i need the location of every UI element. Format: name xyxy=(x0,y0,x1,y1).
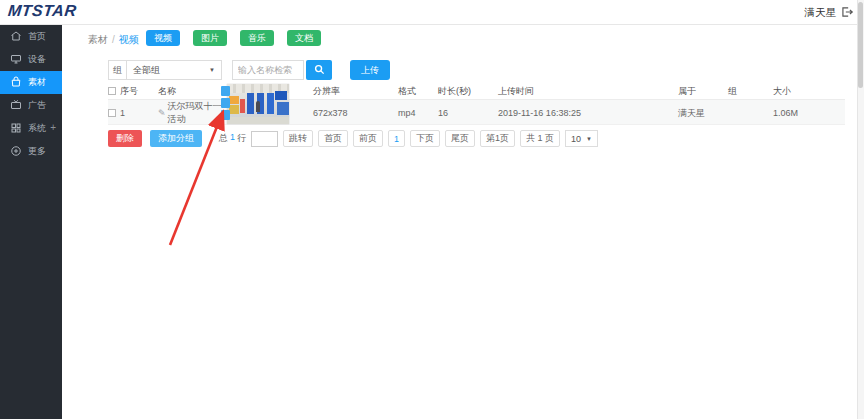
thumb-action-icon[interactable] xyxy=(221,86,230,96)
page-jump-input[interactable] xyxy=(251,131,278,147)
sidebar-item-more[interactable]: 更多 xyxy=(0,140,62,163)
row-format: mp4 xyxy=(378,100,438,126)
sidebar-item-device[interactable]: 设备 xyxy=(0,48,62,71)
expand-plus-icon[interactable]: + xyxy=(50,122,56,133)
delete-button[interactable]: 删除 xyxy=(108,130,142,147)
material-icon xyxy=(10,76,22,90)
logout-icon[interactable] xyxy=(840,5,854,19)
page-size-select[interactable]: 10 ▼ xyxy=(565,130,598,147)
top-header: MTSTAR 满天星 xyxy=(0,0,864,25)
tab-music[interactable]: 音乐 xyxy=(240,30,274,46)
search-button[interactable] xyxy=(306,60,332,80)
tab-image[interactable]: 图片 xyxy=(193,30,227,46)
sidebar-item-label: 素材 xyxy=(28,76,46,89)
thumb-action-icon[interactable] xyxy=(221,110,230,120)
group-select-value: 全部组 xyxy=(133,64,160,77)
breadcrumb-separator: / xyxy=(112,34,115,45)
col-group: 组 xyxy=(728,83,773,99)
prev-page-button[interactable]: 前页 xyxy=(353,130,383,147)
col-resolution: 分辨率 xyxy=(293,83,378,99)
brand-logo: MTSTAR xyxy=(7,2,77,20)
jump-button[interactable]: 跳转 xyxy=(283,130,313,147)
page-size-value: 10 xyxy=(571,134,581,144)
breadcrumb: 素材/视频 xyxy=(88,33,139,47)
page-indicator: 第1页 xyxy=(480,130,515,147)
row-uploaded: 2019-11-16 16:38:25 xyxy=(498,100,658,126)
col-format: 格式 xyxy=(378,83,438,99)
sidebar-item-label: 首页 xyxy=(28,30,46,43)
sidebar-nav: 首页 设备 素材 广告 系统 + 更多 xyxy=(0,25,62,419)
col-name: 名称 xyxy=(158,83,223,99)
sidebar-item-label: 更多 xyxy=(28,145,46,158)
row-group xyxy=(728,100,773,126)
col-index: 序号 xyxy=(120,85,138,98)
breadcrumb-current: 视频 xyxy=(119,34,139,45)
scrollbar-thumb[interactable] xyxy=(858,2,863,88)
upload-button[interactable]: 上传 xyxy=(350,60,390,80)
sidebar-item-ad[interactable]: 广告 xyxy=(0,94,62,117)
edit-pencil-icon[interactable]: ✎ xyxy=(158,108,166,118)
group-label: 组 xyxy=(108,60,127,80)
first-page-button[interactable]: 首页 xyxy=(318,130,348,147)
row-owner: 满天星 xyxy=(658,100,728,126)
pagination: 总1行 跳转 首页 前页 1 下页 尾页 第1页 共 1 页 10 ▼ xyxy=(219,130,598,147)
last-page-button[interactable]: 尾页 xyxy=(445,130,475,147)
current-page-button[interactable]: 1 xyxy=(388,130,405,147)
thumbnail-action-buttons xyxy=(221,86,230,120)
breadcrumb-parent[interactable]: 素材 xyxy=(88,34,108,45)
media-type-tabs: 视频 图片 音乐 文档 xyxy=(146,30,321,46)
total-rows-label: 总1行 xyxy=(219,132,246,145)
tab-document[interactable]: 文档 xyxy=(287,30,321,46)
row-resolution: 672x378 xyxy=(293,100,378,126)
table-header-row: 序号 名称 分辨率 格式 时长(秒) 上传时间 属于 组 大小 xyxy=(108,83,845,100)
sidebar-item-home[interactable]: 首页 xyxy=(0,25,62,48)
group-select[interactable]: 全部组 ▼ xyxy=(126,60,222,80)
main-content: 素材/视频 视频 图片 音乐 文档 组 全部组 ▼ 上传 序号 名称 xyxy=(62,25,864,419)
chevron-down-icon: ▼ xyxy=(209,67,215,73)
username-label: 满天星 xyxy=(805,6,837,20)
col-uploaded: 上传时间 xyxy=(498,83,658,99)
row-duration: 16 xyxy=(438,100,498,126)
total-pages-label: 共 1 页 xyxy=(520,130,560,147)
media-table: 序号 名称 分辨率 格式 时长(秒) 上传时间 属于 组 大小 1 ✎沃尔玛双十… xyxy=(108,83,845,125)
tab-video[interactable]: 视频 xyxy=(146,30,180,46)
magnifier-icon xyxy=(314,63,325,78)
filter-bar: 组 全部组 ▼ 上传 xyxy=(108,60,390,80)
next-page-button[interactable]: 下页 xyxy=(410,130,440,147)
search-input[interactable] xyxy=(232,60,304,80)
sidebar-item-label: 系统 xyxy=(28,122,46,135)
sidebar-item-material[interactable]: 素材 xyxy=(0,71,62,94)
sidebar-item-system[interactable]: 系统 + xyxy=(0,117,62,140)
device-icon xyxy=(10,53,22,67)
thumb-action-icon[interactable] xyxy=(221,98,230,108)
col-size: 大小 xyxy=(773,83,845,99)
bottom-controls: 删除 添加分组 总1行 跳转 首页 前页 1 下页 尾页 第1页 共 1 页 1… xyxy=(108,130,598,147)
col-duration: 时长(秒) xyxy=(438,83,498,99)
row-name: 沃尔玛双十一活动 xyxy=(168,100,223,126)
app-window: MTSTAR 满天星 首页 设备 素材 广告 系统 + xyxy=(0,0,864,419)
more-icon xyxy=(10,145,22,159)
row-checkbox[interactable] xyxy=(108,109,116,117)
select-all-checkbox[interactable] xyxy=(108,87,116,95)
row-index: 1 xyxy=(120,108,125,118)
home-icon xyxy=(10,30,22,44)
sidebar-item-label: 广告 xyxy=(28,99,46,112)
ad-icon xyxy=(10,99,22,113)
system-icon xyxy=(10,122,22,136)
chevron-down-icon: ▼ xyxy=(586,136,592,142)
sidebar-item-label: 设备 xyxy=(28,53,46,66)
row-size: 1.06M xyxy=(773,100,845,126)
video-thumbnail[interactable] xyxy=(227,84,289,124)
vertical-scrollbar[interactable] xyxy=(857,0,864,419)
table-row[interactable]: 1 ✎沃尔玛双十一活动 672x378 mp4 16 2019-11-16 16… xyxy=(108,100,845,125)
col-owner: 属于 xyxy=(658,83,728,99)
add-group-button[interactable]: 添加分组 xyxy=(150,130,202,147)
